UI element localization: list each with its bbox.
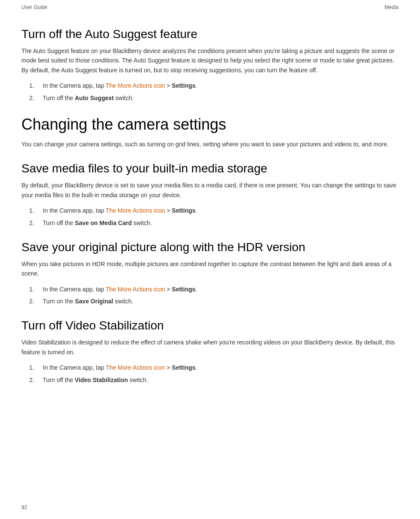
step-text: In the Camera app, tap The More Actions … (43, 363, 399, 372)
section-title-camera-settings: Changing the camera settings (21, 116, 399, 133)
step-text: Turn off the Video Stabilization switch. (43, 375, 399, 385)
step-number: 2. (21, 218, 34, 228)
step-text: Turn off the Auto Suggest switch. (43, 93, 399, 103)
auto-suggest-bold: Auto Suggest (75, 95, 114, 101)
page-number: 92 (21, 504, 27, 510)
steps-video-stabilization: 1. In the Camera app, tap The More Actio… (21, 363, 399, 385)
more-actions-link: The More Actions icon (106, 286, 165, 293)
step-item: 2. Turn off the Auto Suggest switch. (21, 93, 399, 103)
section-body-video-stabilization: Video Stabilization is designed to reduc… (21, 338, 399, 357)
step-text: Turn off the Save on Media Card switch. (43, 218, 399, 228)
header-left: User Guide (21, 4, 48, 10)
save-original-bold: Save Original (75, 298, 113, 305)
step-item: 2. Turn off the Video Stabilization swit… (21, 375, 399, 385)
page-header: User Guide Media (0, 0, 420, 15)
page-content: Turn off the Auto Suggest feature The Au… (0, 15, 420, 423)
step-item: 1. In the Camera app, tap The More Actio… (21, 363, 399, 372)
save-on-media-card-bold: Save on Media Card (75, 219, 132, 226)
video-stabilization-bold: Video Stabilization (75, 377, 128, 383)
step-number: 1. (21, 206, 34, 215)
steps-save-media: 1. In the Camera app, tap The More Actio… (21, 206, 399, 228)
more-actions-link: The More Actions icon (106, 207, 165, 214)
section-title-save-original: Save your original picture along with th… (21, 240, 399, 254)
section-save-original: Save your original picture along with th… (21, 240, 399, 306)
more-actions-link: The More Actions icon (106, 364, 165, 371)
step-text: In the Camera app, tap The More Actions … (43, 206, 399, 215)
section-title-video-stabilization: Turn off Video Stabilization (21, 319, 399, 332)
step-number: 2. (21, 297, 34, 306)
section-video-stabilization: Turn off Video Stabilization Video Stabi… (21, 319, 399, 385)
step-text: Turn on the Save Original switch. (43, 297, 399, 306)
section-turn-off-auto-suggest: Turn off the Auto Suggest feature The Au… (21, 27, 399, 103)
step-text: In the Camera app, tap The More Actions … (43, 81, 399, 90)
section-save-media-files: Save media files to your built-in media … (21, 162, 399, 228)
page-footer: 92 (21, 504, 27, 510)
settings-bold: Settings (172, 82, 195, 89)
settings-bold: Settings (172, 286, 195, 293)
step-number: 1. (21, 363, 34, 372)
step-number: 1. (21, 81, 34, 90)
step-item: 2. Turn off the Save on Media Card switc… (21, 218, 399, 228)
steps-auto-suggest: 1. In the Camera app, tap The More Actio… (21, 81, 399, 103)
section-body-save-media: By default, your BlackBerry device is se… (21, 181, 399, 200)
steps-save-original: 1. In the Camera app, tap The More Actio… (21, 285, 399, 306)
section-title-auto-suggest: Turn off the Auto Suggest feature (21, 27, 399, 41)
step-item: 2. Turn on the Save Original switch. (21, 297, 399, 306)
section-body-camera-settings: You can change your camera settings, suc… (21, 139, 399, 149)
step-item: 1. In the Camera app, tap The More Actio… (21, 81, 399, 90)
more-actions-link: The More Actions icon (106, 82, 165, 89)
step-number: 2. (21, 375, 34, 385)
section-title-save-media: Save media files to your built-in media … (21, 162, 399, 175)
step-text: In the Camera app, tap The More Actions … (43, 285, 399, 294)
section-body-auto-suggest: The Auto Suggest feature on your BlackBe… (21, 46, 399, 75)
section-body-save-original: When you take pictures in HDR mode, mult… (21, 259, 399, 279)
step-item: 1. In the Camera app, tap The More Actio… (21, 285, 399, 294)
header-right: Media (384, 4, 399, 10)
step-number: 2. (21, 93, 34, 103)
settings-bold: Settings (172, 364, 195, 371)
section-changing-camera-settings: Changing the camera settings You can cha… (21, 116, 399, 149)
settings-bold: Settings (172, 207, 195, 214)
step-item: 1. In the Camera app, tap The More Actio… (21, 206, 399, 215)
step-number: 1. (21, 285, 34, 294)
